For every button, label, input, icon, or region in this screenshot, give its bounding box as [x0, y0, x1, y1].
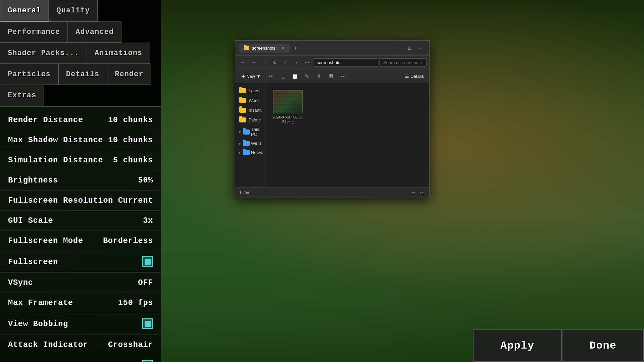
- sidebar-item-netwo[interactable]: ► Netwo: [235, 148, 265, 157]
- fullscreen-toggle[interactable]: [142, 256, 153, 267]
- setting-simulation-distance[interactable]: Simulation Distance 5 chunks: [0, 150, 161, 170]
- this-pc-chevron: ▼: [238, 130, 242, 134]
- status-text: 1 item: [239, 190, 250, 195]
- attack-indicator-value: Crosshair: [108, 340, 153, 349]
- sidebar-label-work: Work: [249, 98, 259, 103]
- view-bobbing-toggle[interactable]: [142, 318, 153, 329]
- tab-particles[interactable]: Particles: [0, 64, 58, 85]
- tab-folder-icon: [244, 46, 249, 50]
- tab-advanced[interactable]: Advanced: [68, 21, 121, 43]
- max-framerate-label: Max Framerate: [8, 298, 73, 307]
- new-button[interactable]: ✚ New ▼: [238, 72, 264, 81]
- cut-button[interactable]: ✂: [265, 71, 276, 82]
- new-chevron: ▼: [256, 74, 261, 79]
- autosave-toggle[interactable]: [142, 360, 153, 362]
- file-explorer-tab[interactable]: screenshots ✕: [239, 44, 290, 53]
- max-framerate-value: 150 fps: [118, 298, 153, 307]
- setting-fullscreen-resolution[interactable]: Fullscreen Resolution Current: [0, 191, 161, 211]
- more-options-button[interactable]: ⋯: [302, 58, 312, 67]
- sidebar-item-insanit[interactable]: Insanit: [235, 105, 265, 115]
- sidebar-item-latest[interactable]: Latest: [235, 86, 265, 96]
- this-pc-label: This PC: [251, 127, 262, 137]
- tab-quality[interactable]: Quality: [49, 0, 97, 21]
- sidebar-label-insanit: Insanit: [249, 108, 261, 113]
- file-name: 2024-07-26_06.39.54.png: [272, 115, 304, 124]
- folder-icon-insanit: [239, 108, 246, 113]
- tab-performance[interactable]: Performance: [0, 21, 68, 43]
- sidebar-label-latest: Latest: [249, 88, 260, 93]
- setting-max-framerate[interactable]: Max Framerate 150 fps: [0, 293, 161, 313]
- setting-view-bobbing[interactable]: View Bobbing: [0, 313, 161, 335]
- vsync-value: OFF: [138, 278, 153, 287]
- tab-extras[interactable]: Extras: [0, 85, 44, 106]
- sidebar-item-work[interactable]: Work: [235, 96, 265, 105]
- setting-max-shadow-distance[interactable]: Max Shadow Distance 10 chunks: [0, 130, 161, 150]
- setting-attack-indicator[interactable]: Attack Indicator Crosshair: [0, 335, 161, 355]
- sidebar: Latest Work Insanit Fabric ▼ This PC ►: [235, 83, 265, 187]
- close-button[interactable]: ×: [416, 43, 425, 53]
- tab-general[interactable]: General: [0, 0, 49, 21]
- new-label: New: [246, 74, 255, 79]
- file-explorer-window: screenshots ✕ + − □ × ← → ↑ ↻ □ › ⋯ ✚ Ne…: [235, 40, 430, 198]
- view-toggle-button[interactable]: □: [281, 58, 290, 67]
- sidebar-label-fabric: Fabric: [249, 117, 261, 122]
- setting-autosave-indicator[interactable]: Autosave Indicator: [0, 355, 161, 362]
- render-distance-label: Render Distance: [8, 115, 83, 124]
- simulation-distance-value: 5 chunks: [113, 156, 153, 165]
- tab-details[interactable]: Details: [58, 64, 107, 85]
- done-button[interactable]: Done: [562, 329, 644, 362]
- refresh-button[interactable]: ↻: [270, 58, 280, 67]
- setting-brightness[interactable]: Brightness 50%: [0, 170, 161, 191]
- sidebar-item-this-pc[interactable]: ▼ This PC: [235, 125, 265, 139]
- copy-button[interactable]: ◡: [278, 71, 288, 82]
- thumbnail-overlay: [274, 91, 302, 113]
- file-thumbnail: [273, 90, 303, 113]
- expand-button[interactable]: ›: [292, 58, 301, 67]
- details-button[interactable]: ☷ Details: [402, 72, 427, 80]
- file-explorer-title-bar: screenshots ✕ + − □ ×: [235, 41, 429, 56]
- list-view-button[interactable]: ☰: [410, 189, 417, 196]
- vsync-label: VSync: [8, 278, 33, 287]
- address-bar: ← → ↑ ↻ □ › ⋯: [235, 56, 429, 69]
- simulation-distance-label: Simulation Distance: [8, 156, 103, 165]
- tab-animations[interactable]: Animations: [87, 43, 150, 64]
- sidebar-item-wind[interactable]: ► Wind: [235, 139, 265, 148]
- new-tab-button[interactable]: +: [291, 44, 299, 52]
- more-button[interactable]: ⋯: [338, 71, 349, 82]
- setting-fullscreen[interactable]: Fullscreen: [0, 251, 161, 273]
- back-button[interactable]: ←: [238, 58, 247, 67]
- fullscreen-mode-label: Fullscreen Mode: [8, 236, 83, 245]
- tab-render[interactable]: Render: [107, 64, 151, 85]
- brightness-value: 50%: [138, 176, 153, 185]
- view-buttons: ☰ ☷: [410, 189, 425, 196]
- setting-render-distance[interactable]: Render Distance 10 chunks: [0, 110, 161, 130]
- forward-button[interactable]: →: [249, 58, 258, 67]
- status-bar: 1 item ☰ ☷: [235, 187, 429, 198]
- sidebar-item-fabric[interactable]: Fabric: [235, 115, 265, 125]
- folder-icon-latest: [239, 88, 246, 93]
- address-input[interactable]: [313, 58, 378, 67]
- attack-indicator-label: Attack Indicator: [8, 340, 88, 349]
- grid-view-button[interactable]: ☷: [418, 189, 425, 196]
- up-button[interactable]: ↑: [259, 58, 269, 67]
- setting-gui-scale[interactable]: GUI Scale 3x: [0, 211, 161, 231]
- window-controls: − □ ×: [394, 43, 425, 53]
- brightness-label: Brightness: [8, 176, 58, 185]
- tab-close-button[interactable]: ✕: [280, 46, 285, 51]
- setting-vsync[interactable]: VSync OFF: [0, 273, 161, 293]
- maximize-button[interactable]: □: [405, 43, 414, 53]
- apply-button[interactable]: Apply: [473, 329, 562, 362]
- tab-shader-packs[interactable]: Shader Packs...: [0, 43, 87, 64]
- paste-button[interactable]: 📋: [290, 71, 300, 82]
- delete-button[interactable]: 🗑: [326, 71, 337, 82]
- minimize-button[interactable]: −: [394, 43, 404, 53]
- search-input[interactable]: [380, 58, 427, 67]
- folder-icon-work: [239, 98, 246, 103]
- this-pc-icon: [243, 130, 250, 135]
- fullscreen-label: Fullscreen: [8, 257, 58, 266]
- setting-fullscreen-mode[interactable]: Fullscreen Mode Borderless: [0, 231, 161, 251]
- share-button[interactable]: ⇧: [314, 71, 325, 82]
- netwo-icon: [243, 150, 250, 155]
- rename-button[interactable]: ✎: [302, 71, 312, 82]
- file-item-screenshot[interactable]: 2024-07-26_06.39.54.png: [269, 87, 306, 127]
